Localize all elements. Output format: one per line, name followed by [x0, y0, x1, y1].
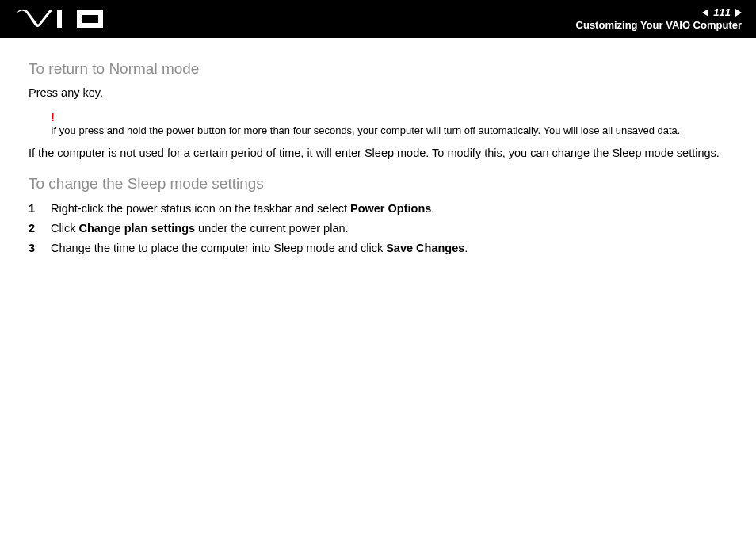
- steps-list: 1 Right-click the power status icon on t…: [29, 200, 727, 257]
- page-number: 111: [713, 7, 731, 18]
- svg-rect-0: [57, 10, 62, 28]
- note-text: If you press and hold the power button f…: [51, 124, 727, 136]
- page-navigator: 111: [576, 7, 742, 18]
- prev-page-icon[interactable]: [702, 9, 708, 17]
- warning-note: ! If you press and hold the power button…: [51, 111, 727, 136]
- list-item: 3 Change the time to place the computer …: [29, 240, 727, 257]
- step-number: 3: [29, 240, 40, 257]
- step-number: 2: [29, 220, 40, 237]
- vaio-logo: [17, 10, 105, 29]
- step-text: Right-click the power status icon on the…: [51, 200, 434, 217]
- exclamation-icon: !: [51, 111, 727, 123]
- step-number: 1: [29, 200, 40, 217]
- body-text: Press any key.: [29, 86, 727, 101]
- page-header: 111 Customizing Your VAIO Computer: [0, 0, 756, 38]
- step-text: Click Change plan settings under the cur…: [51, 220, 349, 237]
- list-item: 2 Click Change plan settings under the c…: [29, 220, 727, 237]
- document-page: 111 Customizing Your VAIO Computer To re…: [0, 0, 756, 534]
- list-item: 1 Right-click the power status icon on t…: [29, 200, 727, 217]
- header-right: 111 Customizing Your VAIO Computer: [576, 7, 742, 31]
- header-section-title: Customizing Your VAIO Computer: [576, 20, 742, 31]
- body-text: If the computer is not used for a certai…: [29, 146, 727, 162]
- page-content: To return to Normal mode Press any key. …: [0, 38, 756, 257]
- step-text: Change the time to place the computer in…: [51, 240, 468, 257]
- next-page-icon[interactable]: [735, 9, 742, 17]
- section-heading: To return to Normal mode: [29, 60, 727, 78]
- section-heading: To change the Sleep mode settings: [29, 175, 727, 193]
